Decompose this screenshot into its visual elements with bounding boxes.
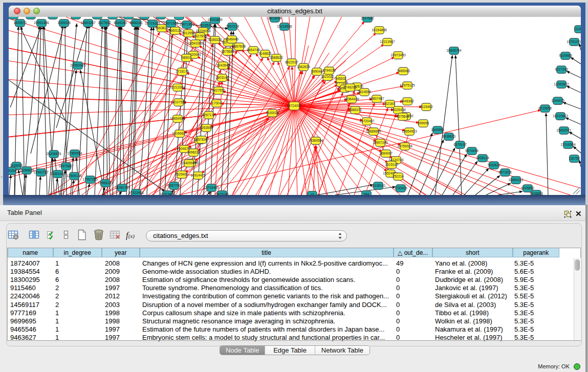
svg-text:7515526: 7515526 <box>199 24 212 27</box>
svg-text:1446362: 1446362 <box>401 99 414 103</box>
svg-text:11156829: 11156829 <box>19 168 34 172</box>
svg-text:8822037: 8822037 <box>285 60 298 64</box>
svg-text:8215958: 8215958 <box>538 106 552 110</box>
svg-text:17004: 17004 <box>212 101 222 105</box>
svg-text:2935114: 2935114 <box>476 156 489 160</box>
svg-text:2603144: 2603144 <box>215 76 229 79</box>
svg-text:252214: 252214 <box>393 174 404 178</box>
svg-text:39154: 39154 <box>9 169 16 172</box>
svg-text:10975887: 10975887 <box>58 164 74 168</box>
svg-text:20991406: 20991406 <box>34 21 49 25</box>
svg-text:16782759: 16782759 <box>115 186 130 189</box>
svg-text:17359934: 17359934 <box>67 151 82 155</box>
svg-text:62160: 62160 <box>385 102 395 105</box>
svg-text:1405572: 1405572 <box>13 21 27 25</box>
svg-text:9474444: 9474444 <box>465 149 478 152</box>
svg-text:15226058: 15226058 <box>195 29 211 33</box>
svg-text:6794028: 6794028 <box>322 69 336 72</box>
svg-text:15409949: 15409949 <box>181 161 197 165</box>
svg-text:8471626: 8471626 <box>498 170 512 174</box>
svg-text:10107553: 10107553 <box>171 100 186 104</box>
svg-text:7632621: 7632621 <box>487 163 500 167</box>
svg-text:15692971: 15692971 <box>556 128 572 132</box>
svg-text:3875685: 3875685 <box>221 50 234 53</box>
svg-text:1615112: 1615112 <box>385 163 398 166</box>
svg-text:8938923: 8938923 <box>442 135 455 138</box>
svg-text:2718176: 2718176 <box>176 70 189 73</box>
svg-text:1362635: 1362635 <box>297 65 310 69</box>
svg-text:14136141: 14136141 <box>371 184 386 187</box>
svg-text:8660124: 8660124 <box>168 29 182 32</box>
svg-text:7386372: 7386372 <box>349 108 362 112</box>
svg-text:9245852: 9245852 <box>521 186 534 190</box>
svg-text:6466161: 6466161 <box>129 21 143 25</box>
svg-text:1621022: 1621022 <box>321 75 334 78</box>
svg-text:10958107: 10958107 <box>98 181 113 185</box>
svg-text:12323468: 12323468 <box>160 192 175 195</box>
svg-text:3684067: 3684067 <box>379 151 393 155</box>
svg-text:7357224: 7357224 <box>226 25 239 28</box>
svg-text:10653267: 10653267 <box>80 21 96 25</box>
svg-text:7663822: 7663822 <box>155 26 168 30</box>
svg-text:699695: 699695 <box>418 121 429 125</box>
svg-text:2530023: 2530023 <box>266 111 279 115</box>
svg-text:12942737: 12942737 <box>33 170 49 174</box>
svg-text:1065326: 1065326 <box>57 21 71 25</box>
svg-text:19654923: 19654923 <box>402 129 417 133</box>
svg-text:116753: 116753 <box>569 157 580 160</box>
svg-text:9227343: 9227343 <box>555 68 568 71</box>
svg-text:19384554: 19384554 <box>308 139 323 142</box>
svg-text:16543362: 16543362 <box>188 41 203 45</box>
svg-text:1588520: 1588520 <box>270 56 283 59</box>
svg-text:111575: 111575 <box>574 27 581 31</box>
svg-text:3267130: 3267130 <box>202 113 215 117</box>
svg-text:18907249: 18907249 <box>373 141 388 144</box>
svg-text:857834: 857834 <box>196 138 207 141</box>
svg-text:899044: 899044 <box>311 70 322 73</box>
svg-text:15716485: 15716485 <box>204 186 219 189</box>
svg-text:9329966: 9329966 <box>559 54 572 57</box>
svg-text:6466160: 6466160 <box>114 21 127 25</box>
svg-text:17323468: 17323468 <box>128 191 144 194</box>
svg-text:19654933: 19654933 <box>170 117 185 120</box>
svg-text:10025438: 10025438 <box>390 108 406 112</box>
svg-text:10807487: 10807487 <box>369 97 384 100</box>
svg-text:9146821: 9146821 <box>258 52 272 55</box>
svg-text:8186328: 8186328 <box>208 38 222 41</box>
svg-text:16033809: 16033809 <box>207 18 223 21</box>
svg-text:45: 45 <box>310 193 314 195</box>
svg-text:12213382: 12213382 <box>170 85 185 89</box>
svg-text:1435061: 1435061 <box>10 164 23 167</box>
svg-text:3824554: 3824554 <box>358 90 371 94</box>
svg-text:1353594: 1353594 <box>200 126 213 129</box>
svg-text:16914479: 16914479 <box>190 173 206 177</box>
svg-text:16210643: 16210643 <box>553 114 568 118</box>
svg-text:3498222: 3498222 <box>187 150 200 154</box>
svg-text:12213967: 12213967 <box>380 40 395 43</box>
svg-text:10756928: 10756928 <box>397 144 412 148</box>
svg-text:10688609: 10688609 <box>366 129 381 133</box>
svg-text:6746266: 6746266 <box>343 85 357 89</box>
svg-text:8813054: 8813054 <box>268 17 281 20</box>
svg-text:7485063: 7485063 <box>397 69 410 73</box>
svg-text:15720407: 15720407 <box>359 119 375 123</box>
svg-text:12975125: 12975125 <box>400 83 415 87</box>
svg-text:2867608: 2867608 <box>232 45 246 48</box>
svg-text:16648784: 16648784 <box>446 49 462 52</box>
svg-text:8427552: 8427552 <box>212 89 225 92</box>
svg-text:10973493: 10973493 <box>390 53 406 57</box>
svg-text:12505135: 12505135 <box>67 174 82 178</box>
svg-text:19166827: 19166827 <box>172 132 187 135</box>
svg-text:9242848: 9242848 <box>216 63 230 67</box>
svg-text:2047682: 2047682 <box>361 17 374 20</box>
svg-text:984: 984 <box>363 192 369 195</box>
svg-text:1733426: 1733426 <box>394 186 407 190</box>
svg-text:9457791: 9457791 <box>167 184 181 187</box>
svg-text:17016504: 17016504 <box>560 143 576 146</box>
svg-text:20364436: 20364436 <box>344 97 359 101</box>
svg-text:9115460: 9115460 <box>420 105 433 108</box>
svg-text:9327505: 9327505 <box>193 34 207 38</box>
svg-text:98901: 98901 <box>182 56 191 59</box>
svg-text:9245853: 9245853 <box>530 192 543 195</box>
svg-text:1640953: 1640953 <box>431 128 444 132</box>
